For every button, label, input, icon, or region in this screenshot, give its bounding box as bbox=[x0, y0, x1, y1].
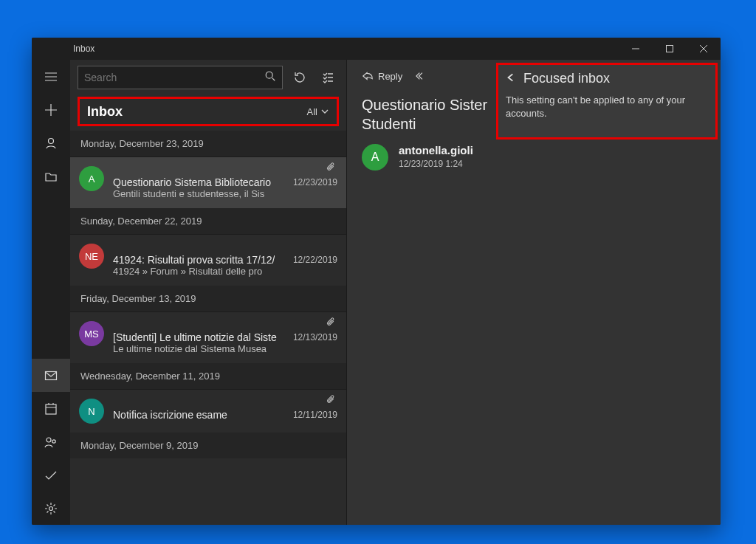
select-mode-button[interactable] bbox=[317, 66, 339, 89]
search-field[interactable] bbox=[84, 72, 264, 83]
panel-message: This setting can't be applied to any of … bbox=[506, 94, 705, 120]
search-icon[interactable] bbox=[264, 70, 276, 85]
nav-rail bbox=[32, 60, 70, 525]
calendar-tab[interactable] bbox=[32, 392, 70, 425]
list-toolbar bbox=[70, 60, 346, 94]
message-subject: 41924: Risultati prova scritta 17/12/ bbox=[113, 254, 275, 266]
message-preview: 41924 » Forum » Risultati delle pro bbox=[113, 266, 327, 277]
back-icon[interactable] bbox=[506, 71, 516, 86]
message-preview: Le ultime notizie dal Sistema Musea bbox=[113, 343, 327, 354]
mail-tab[interactable] bbox=[32, 359, 70, 392]
message-item[interactable]: MS[Studenti] Le ultime notizie dal Siste… bbox=[70, 311, 346, 363]
message-item[interactable]: NE41924: Risultati prova scritta 17/12/1… bbox=[70, 234, 346, 286]
message-date: 12/23/2019 bbox=[287, 177, 337, 187]
svg-point-6 bbox=[49, 506, 53, 510]
folder-name: Inbox bbox=[87, 104, 123, 120]
date-header: Friday, December 13, 2019 bbox=[70, 286, 346, 311]
message-subject: [Studenti] Le ultime notizie dal Siste bbox=[113, 331, 277, 343]
message-date: 12/22/2019 bbox=[287, 255, 337, 265]
attachment-icon bbox=[326, 394, 336, 407]
todo-tab[interactable] bbox=[32, 458, 70, 492]
svg-rect-3 bbox=[46, 404, 56, 414]
close-button[interactable] bbox=[687, 38, 721, 60]
sender-avatar: A bbox=[362, 144, 388, 171]
avatar: NE bbox=[79, 244, 104, 269]
folders-button[interactable] bbox=[32, 159, 70, 193]
reading-pane: Reply Questionario SisterStudenti A anto… bbox=[347, 60, 721, 525]
svg-point-4 bbox=[47, 438, 51, 442]
settings-button[interactable] bbox=[32, 492, 70, 525]
date-header: Wednesday, December 11, 2019 bbox=[70, 363, 346, 389]
message-list-column: Inbox All Monday, December 23, 2019AQues… bbox=[70, 60, 347, 525]
message-header: A antonella.gioli 12/23/2019 1:24 bbox=[347, 141, 721, 173]
svg-point-7 bbox=[266, 72, 272, 78]
filter-dropdown[interactable]: All bbox=[307, 106, 329, 117]
message-list[interactable]: Monday, December 23, 2019AQuestionario S… bbox=[70, 131, 346, 525]
refresh-button[interactable] bbox=[289, 66, 311, 89]
minimize-button[interactable] bbox=[619, 38, 653, 60]
avatar: N bbox=[79, 399, 104, 424]
message-date: 12/11/2019 bbox=[287, 410, 337, 420]
accounts-button[interactable] bbox=[32, 126, 70, 159]
message-item[interactable]: NNotifica iscrizione esame12/11/2019 bbox=[70, 389, 346, 433]
avatar: MS bbox=[79, 321, 104, 346]
message-item[interactable]: AQuestionario Sistema Bibliotecario12/23… bbox=[70, 156, 346, 208]
panel-title: Focused inbox bbox=[523, 71, 610, 86]
focused-inbox-panel: Focused inbox This setting can't be appl… bbox=[496, 63, 718, 140]
message-preview: Gentili studenti e studentesse, il Sis bbox=[113, 188, 327, 199]
date-header: Monday, December 9, 2019 bbox=[70, 433, 346, 458]
avatar: A bbox=[79, 166, 104, 191]
message-date: 12/13/2019 bbox=[287, 332, 337, 342]
date-header: Sunday, December 22, 2019 bbox=[70, 208, 346, 234]
svg-rect-0 bbox=[667, 46, 673, 52]
people-tab[interactable] bbox=[32, 425, 70, 458]
attachment-icon bbox=[326, 162, 336, 175]
svg-point-5 bbox=[52, 439, 55, 442]
message-timestamp: 12/23/2019 1:24 bbox=[399, 159, 473, 169]
hamburger-button[interactable] bbox=[32, 60, 70, 93]
search-input[interactable] bbox=[78, 66, 283, 89]
panel-header[interactable]: Focused inbox bbox=[506, 71, 705, 86]
new-mail-button[interactable] bbox=[32, 93, 70, 126]
message-subject: Questionario Sistema Bibliotecario bbox=[113, 176, 271, 188]
reply-all-button[interactable] bbox=[411, 67, 432, 85]
maximize-button[interactable] bbox=[653, 38, 687, 60]
sender-name: antonella.gioli bbox=[399, 144, 473, 156]
svg-point-1 bbox=[49, 138, 54, 143]
date-header: Monday, December 23, 2019 bbox=[70, 131, 346, 156]
reply-button[interactable]: Reply bbox=[357, 67, 407, 85]
window-title: Inbox bbox=[32, 44, 94, 54]
app-window: Inbox bbox=[32, 38, 721, 525]
message-subject: Notifica iscrizione esame bbox=[113, 409, 227, 421]
titlebar: Inbox bbox=[32, 38, 721, 60]
folder-header[interactable]: Inbox All bbox=[78, 97, 339, 126]
attachment-icon bbox=[326, 317, 336, 330]
